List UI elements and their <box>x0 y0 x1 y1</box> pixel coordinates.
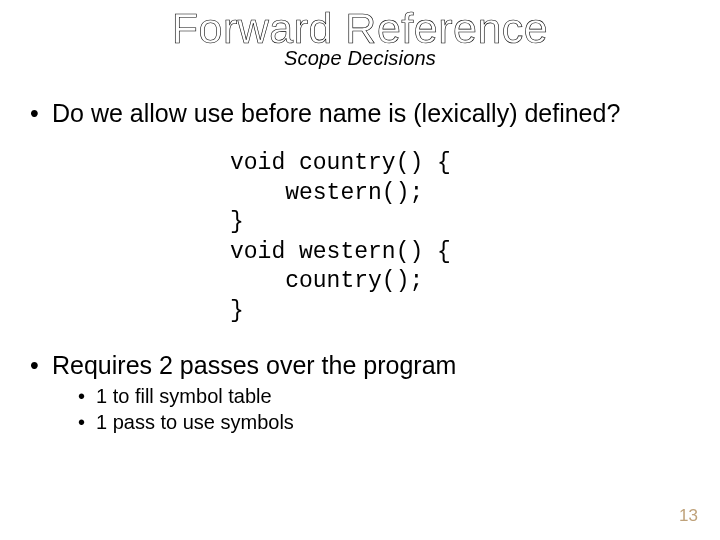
page-number: 13 <box>679 506 698 526</box>
slide-subtitle: Scope Decisions <box>0 47 720 70</box>
code-block: void country() { western(); } void weste… <box>230 149 690 326</box>
body: Do we allow use before name is (lexicall… <box>0 70 720 435</box>
slide-title: Forward Reference <box>0 6 720 51</box>
bullet-item: Do we allow use before name is (lexicall… <box>30 98 690 129</box>
bullet-text: Requires 2 passes over the program <box>52 351 456 379</box>
sub-bullet-item: 1 to fill symbol table <box>78 383 690 409</box>
title-block: Forward Reference Scope Decisions <box>0 0 720 70</box>
bullet-list: Do we allow use before name is (lexicall… <box>30 98 690 129</box>
sub-bullet-item: 1 pass to use symbols <box>78 409 690 435</box>
slide: Forward Reference Scope Decisions Do we … <box>0 0 720 540</box>
bullet-list: Requires 2 passes over the program 1 to … <box>30 350 690 435</box>
bullet-item: Requires 2 passes over the program 1 to … <box>30 350 690 435</box>
sub-bullet-list: 1 to fill symbol table 1 pass to use sym… <box>52 383 690 435</box>
